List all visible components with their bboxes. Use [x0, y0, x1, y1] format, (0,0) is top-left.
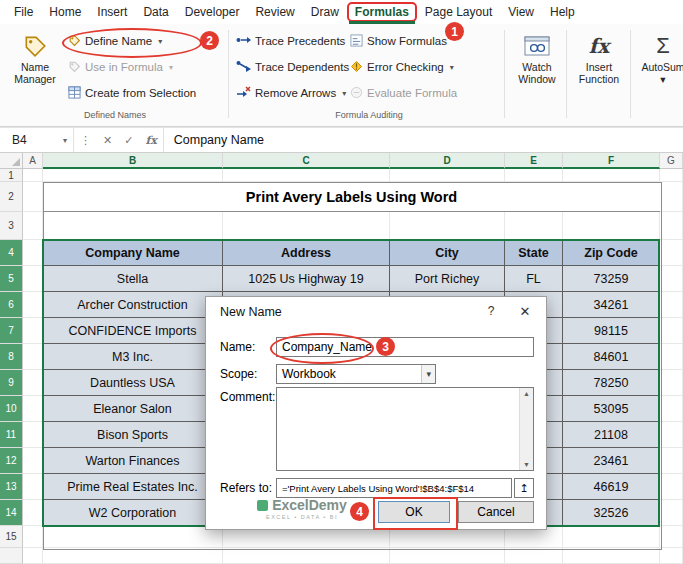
watch-window-button[interactable]: Watch Window: [510, 27, 564, 109]
cell[interactable]: [660, 370, 683, 396]
dialog-close-icon[interactable]: ✕: [514, 301, 536, 321]
autosum-button[interactable]: Σ AutoSum ▾: [636, 27, 683, 109]
tab-developer[interactable]: Developer: [177, 2, 248, 22]
cell[interactable]: [563, 548, 660, 564]
name-manager-button[interactable]: Name Manager: [8, 27, 62, 109]
scope-dropdown[interactable]: Workbook ▾: [276, 364, 436, 384]
row-header[interactable]: 11: [0, 422, 23, 448]
cell[interactable]: [660, 422, 683, 448]
tab-file[interactable]: File: [6, 2, 41, 22]
show-formulas-button[interactable]: Show Formulas: [350, 30, 447, 52]
cell[interactable]: [505, 548, 563, 564]
cell[interactable]: [390, 212, 505, 240]
table-cell[interactable]: Port Richey: [390, 266, 505, 292]
cell[interactable]: [223, 169, 390, 182]
comment-scrollbar[interactable]: ▲ ▼: [519, 388, 533, 470]
table-header-cell[interactable]: Company Name: [43, 240, 223, 266]
table-cell[interactable]: 32526: [563, 500, 660, 526]
column-header-f[interactable]: F: [563, 153, 660, 169]
cell[interactable]: [223, 548, 390, 564]
collapse-dialog-button[interactable]: ↥: [514, 478, 534, 498]
cell[interactable]: [660, 396, 683, 422]
table-header-cell[interactable]: Address: [223, 240, 390, 266]
row-header[interactable]: 15: [0, 526, 23, 548]
insert-function-button[interactable]: fx Insert Function: [572, 27, 626, 109]
tab-review[interactable]: Review: [247, 2, 302, 22]
column-header-b[interactable]: B: [43, 153, 223, 169]
table-cell[interactable]: M3 Inc.: [43, 344, 223, 370]
column-header-d[interactable]: D: [390, 153, 505, 169]
cell[interactable]: [563, 169, 660, 182]
table-cell[interactable]: 78250: [563, 370, 660, 396]
cell[interactable]: [660, 448, 683, 474]
row-header[interactable]: 2: [0, 182, 23, 212]
row-header[interactable]: 9: [0, 370, 23, 396]
table-cell[interactable]: CONFIDENCE Imports: [43, 318, 223, 344]
table-cell[interactable]: Stella: [43, 266, 223, 292]
column-header-c[interactable]: C: [223, 153, 390, 169]
cell[interactable]: [23, 448, 43, 474]
create-from-selection-button[interactable]: Create from Selection: [68, 82, 196, 104]
table-header-cell[interactable]: Zip Code: [563, 240, 660, 266]
row-header[interactable]: 8: [0, 344, 23, 370]
cell[interactable]: [23, 212, 43, 240]
row-header[interactable]: [0, 548, 23, 564]
error-checking-button[interactable]: Error Checking ▾: [350, 56, 454, 78]
cell[interactable]: [660, 266, 683, 292]
scroll-up-icon[interactable]: ▲: [523, 390, 530, 397]
table-cell[interactable]: Dauntless USA: [43, 370, 223, 396]
table-header-cell[interactable]: State: [505, 240, 563, 266]
formula-bar-content[interactable]: Company Name: [163, 128, 683, 152]
cell[interactable]: [23, 292, 43, 318]
cell[interactable]: [23, 500, 43, 526]
tab-formulas[interactable]: Formulas: [347, 2, 417, 22]
cell[interactable]: [660, 212, 683, 240]
cell[interactable]: [23, 370, 43, 396]
cell[interactable]: [23, 169, 43, 182]
table-cell[interactable]: Archer Construction: [43, 292, 223, 318]
cell[interactable]: [660, 169, 683, 182]
column-header-g[interactable]: G: [660, 153, 683, 169]
cell[interactable]: [23, 526, 43, 548]
cell[interactable]: [660, 318, 683, 344]
cell[interactable]: [43, 169, 223, 182]
row-header[interactable]: 13: [0, 474, 23, 500]
tab-view[interactable]: View: [500, 2, 542, 22]
cell[interactable]: [563, 526, 660, 548]
cell[interactable]: [660, 240, 683, 266]
row-header[interactable]: 7: [0, 318, 23, 344]
cell[interactable]: [43, 526, 223, 548]
cell[interactable]: [660, 474, 683, 500]
tab-data[interactable]: Data: [135, 2, 176, 22]
tab-insert[interactable]: Insert: [89, 2, 135, 22]
table-cell[interactable]: Warton Finances: [43, 448, 223, 474]
table-cell[interactable]: W2 Corporation: [43, 500, 223, 526]
worksheet-title-cell[interactable]: Print Avery Labels Using Word: [43, 182, 660, 212]
table-cell[interactable]: FL: [505, 266, 563, 292]
row-header[interactable]: 14: [0, 500, 23, 526]
cell[interactable]: [23, 396, 43, 422]
ok-button[interactable]: OK: [378, 501, 450, 523]
scroll-down-icon[interactable]: ▼: [523, 461, 530, 468]
cell[interactable]: [660, 548, 683, 564]
row-header[interactable]: 1: [0, 169, 23, 182]
cell[interactable]: [390, 548, 505, 564]
row-header[interactable]: 5: [0, 266, 23, 292]
define-name-button[interactable]: Define Name ▾: [68, 30, 162, 52]
cell[interactable]: [23, 474, 43, 500]
cell[interactable]: [660, 344, 683, 370]
row-header[interactable]: 4: [0, 240, 23, 266]
tab-draw[interactable]: Draw: [303, 2, 347, 22]
row-header[interactable]: 3: [0, 212, 23, 240]
column-header-e[interactable]: E: [505, 153, 563, 169]
name-box[interactable]: B4 ▾: [0, 128, 74, 152]
cell[interactable]: [23, 422, 43, 448]
cell[interactable]: [660, 500, 683, 526]
table-cell[interactable]: Prime Real Estates Inc.: [43, 474, 223, 500]
remove-arrows-button[interactable]: Remove Arrows ▾: [236, 82, 346, 104]
insert-function-fx-icon[interactable]: fx: [139, 134, 162, 147]
select-all-corner[interactable]: [0, 153, 23, 169]
evaluate-formula-button[interactable]: Evaluate Formula: [350, 82, 457, 104]
trace-dependents-button[interactable]: Trace Dependents: [236, 56, 349, 78]
table-cell[interactable]: 98115: [563, 318, 660, 344]
